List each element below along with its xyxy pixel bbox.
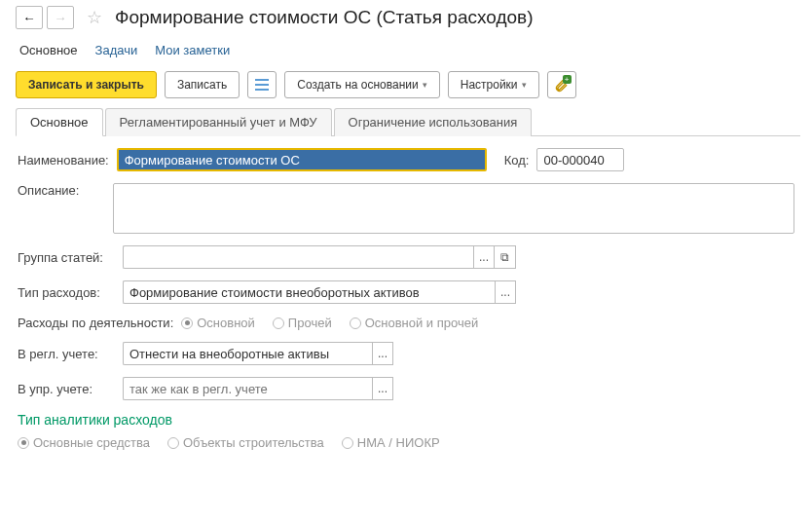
arrow-right-icon: → <box>54 11 66 25</box>
save-button[interactable]: Записать <box>165 71 240 98</box>
analytics-radio-obj[interactable]: Объекты строительства <box>167 435 324 450</box>
activity-radio-other[interactable]: Прочей <box>273 316 332 330</box>
name-field[interactable] <box>117 148 487 171</box>
type-field[interactable] <box>123 280 495 304</box>
page-title: Формирование стоимости ОС (Статья расход… <box>115 7 533 28</box>
regl-field[interactable] <box>123 342 372 365</box>
attach-button[interactable]: + <box>547 71 576 98</box>
description-field[interactable] <box>113 183 794 234</box>
radio-icon <box>181 317 193 329</box>
analytics-radio-nma[interactable]: НМА / НИОКР <box>342 435 440 450</box>
group-field[interactable] <box>123 245 473 269</box>
back-button[interactable]: ← <box>16 6 43 29</box>
activity-radio-main[interactable]: Основной <box>181 316 255 330</box>
inner-tab-accounting[interactable]: Регламентированный учет и МФУ <box>105 108 332 136</box>
save-close-button[interactable]: Записать и закрыть <box>16 71 157 98</box>
arrow-left-icon: ← <box>22 11 35 25</box>
upr-field[interactable] <box>123 377 372 400</box>
top-tab-tasks[interactable]: Задачи <box>95 43 138 57</box>
toolbar: Записать и закрыть Записать Создать на о… <box>0 65 812 108</box>
list-icon <box>255 78 269 92</box>
desc-label: Описание: <box>18 183 105 198</box>
upr-label: В упр. учете: <box>18 382 115 396</box>
favorite-star-icon[interactable]: ☆ <box>84 7 105 28</box>
regl-select-button[interactable]: ... <box>372 342 393 365</box>
settings-button[interactable]: Настройки ▾ <box>448 71 539 98</box>
inner-tabs: Основное Регламентированный учет и МФУ О… <box>16 108 800 136</box>
code-field[interactable] <box>536 148 624 171</box>
group-select-button[interactable]: ... <box>473 245 495 269</box>
top-tabs: Основное Задачи Мои заметки <box>0 35 812 65</box>
upr-select-button[interactable]: ... <box>372 377 393 400</box>
forward-button[interactable]: → <box>47 6 74 29</box>
paperclip-plus-icon: + <box>554 77 570 93</box>
type-select-button[interactable]: ... <box>495 280 516 304</box>
analytics-radio-os[interactable]: Основные средства <box>18 435 150 450</box>
top-tab-notes[interactable]: Мои заметки <box>155 43 230 57</box>
radio-icon <box>18 437 29 449</box>
radio-icon <box>342 437 353 449</box>
type-label: Тип расходов: <box>18 285 115 300</box>
group-open-button[interactable]: ⧉ <box>495 245 516 269</box>
inner-tab-restriction[interactable]: Ограничение использования <box>334 108 533 136</box>
analytics-title: Тип аналитики расходов <box>18 412 794 428</box>
radio-icon <box>167 437 179 449</box>
caret-icon: ▾ <box>423 80 427 90</box>
caret-icon: ▾ <box>522 80 527 90</box>
name-label: Наименование: <box>18 153 109 168</box>
activity-label: Расходы по деятельности: <box>18 316 173 330</box>
create-based-button[interactable]: Создать на основании ▾ <box>284 71 440 98</box>
activity-radio-both[interactable]: Основной и прочей <box>350 316 479 330</box>
regl-label: В регл. учете: <box>18 347 115 361</box>
group-label: Группа статей: <box>18 250 115 265</box>
inner-tab-main[interactable]: Основное <box>16 108 103 136</box>
code-label: Код: <box>504 153 530 168</box>
top-tab-main[interactable]: Основное <box>19 43 78 57</box>
radio-icon <box>273 317 284 329</box>
report-button[interactable] <box>247 71 277 98</box>
radio-icon <box>350 317 361 329</box>
